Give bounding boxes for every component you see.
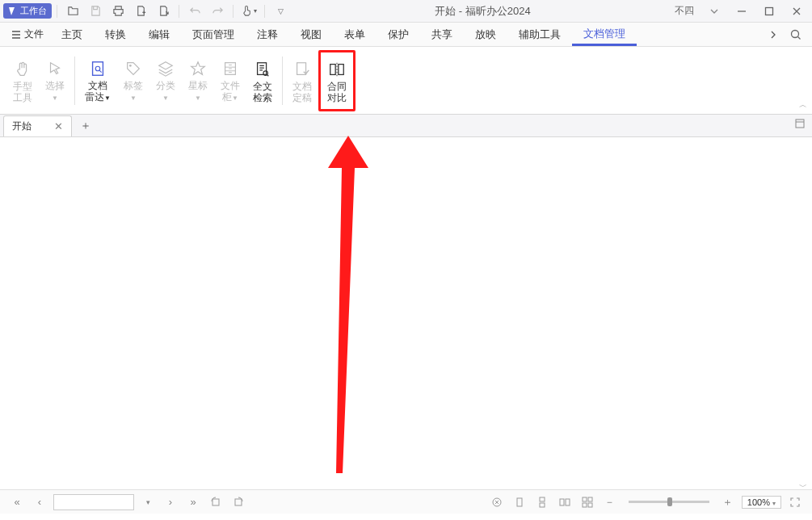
- svg-rect-23: [588, 503, 592, 507]
- qat-dropdown-icon[interactable]: ▽: [270, 2, 291, 21]
- fulltext-button[interactable]: 全文 检索: [246, 50, 279, 111]
- fulltext-icon: [254, 58, 271, 81]
- select-label: 选择▼: [45, 80, 65, 104]
- cabinet-button[interactable]: 文件 柜▼: [214, 50, 246, 111]
- minimize-button[interactable]: [730, 2, 754, 21]
- hand-tool-label: 手型 工具: [13, 81, 32, 103]
- svg-rect-12: [212, 499, 219, 505]
- menu-annotate[interactable]: 注释: [246, 23, 289, 46]
- open-icon[interactable]: [62, 2, 83, 21]
- finalize-icon: [293, 58, 311, 81]
- separator: [282, 57, 283, 105]
- menubar: 文件 主页 转换 编辑 页面管理 注释 视图 表单 保护 共享 放映 辅助工具 …: [0, 23, 812, 47]
- fulltext-label: 全文 检索: [253, 81, 272, 103]
- next-page-icon[interactable]: ›: [162, 493, 179, 511]
- zoom-out-icon[interactable]: －: [601, 493, 619, 511]
- menu-overflow-icon[interactable]: [762, 24, 785, 45]
- menu-docmanage[interactable]: 文档管理: [572, 23, 637, 46]
- svg-rect-13: [235, 499, 242, 505]
- select-button[interactable]: 选择▼: [39, 50, 71, 111]
- zoom-value[interactable]: 100% ▾: [742, 496, 781, 509]
- svg-point-4: [129, 64, 132, 66]
- window-title: 开始 - 福昕办公2024: [291, 4, 675, 19]
- document-tab[interactable]: 开始 ✕: [3, 115, 72, 136]
- classify-label: 分类▼: [156, 80, 175, 104]
- add-tab-button[interactable]: ＋: [72, 115, 99, 136]
- undo-icon[interactable]: [184, 2, 205, 21]
- scroll-down-icon[interactable]: ﹀: [799, 481, 807, 493]
- menu-form[interactable]: 表单: [333, 23, 377, 46]
- menu-share[interactable]: 共享: [420, 23, 464, 46]
- page-number-input[interactable]: [53, 494, 134, 510]
- close-tab-icon[interactable]: ✕: [54, 120, 63, 132]
- svg-rect-22: [583, 503, 587, 507]
- tab-options-icon[interactable]: [794, 118, 806, 129]
- menu-page[interactable]: 页面管理: [181, 23, 246, 46]
- continuous-page-icon[interactable]: [533, 493, 551, 511]
- layers-icon: [157, 57, 175, 80]
- user-dropdown-icon[interactable]: [702, 2, 726, 21]
- zoom-slider[interactable]: [629, 501, 709, 503]
- page-dropdown-icon[interactable]: ▾: [139, 493, 157, 511]
- first-page-icon[interactable]: «: [8, 493, 26, 511]
- document-canvas: [0, 137, 812, 489]
- touch-icon[interactable]: ▾: [238, 2, 259, 21]
- rotate-right-icon[interactable]: [229, 493, 247, 511]
- app-badge-label: 工作台: [20, 5, 47, 17]
- fullscreen-icon[interactable]: [786, 493, 804, 511]
- star-button[interactable]: 星标▼: [182, 50, 214, 111]
- menu-edit[interactable]: 编辑: [137, 23, 181, 46]
- classify-button[interactable]: 分类▼: [149, 50, 182, 111]
- facing-page-icon[interactable]: [556, 493, 574, 511]
- titlebar-right: 不四: [675, 2, 809, 21]
- tag-button[interactable]: 标签▼: [117, 50, 149, 111]
- svg-rect-17: [540, 503, 545, 507]
- file-menu-label: 文件: [24, 27, 44, 41]
- zoom-in-icon[interactable]: ＋: [719, 493, 737, 511]
- ribbon-collapse-icon[interactable]: ︿: [799, 99, 807, 111]
- doc-plus-icon[interactable]: [130, 2, 151, 21]
- svg-rect-19: [566, 499, 570, 505]
- single-page-icon[interactable]: [511, 493, 528, 511]
- menu-home[interactable]: 主页: [50, 23, 94, 46]
- facing-continuous-icon[interactable]: [578, 493, 596, 511]
- svg-rect-20: [583, 497, 587, 501]
- reflow-icon[interactable]: [488, 493, 506, 511]
- compare-button[interactable]: 合同 对比: [318, 50, 356, 111]
- menu-convert[interactable]: 转换: [94, 23, 137, 46]
- doc-radar-button[interactable]: 文档 雷达▼: [78, 50, 117, 111]
- user-name[interactable]: 不四: [675, 4, 694, 18]
- menu-view[interactable]: 视图: [289, 23, 333, 46]
- compare-icon: [328, 58, 346, 81]
- close-button[interactable]: [785, 2, 809, 21]
- titlebar: 工作台 ▾ ▽ 开始 - 福昕办公2024 不四: [0, 0, 812, 23]
- hand-tool-button[interactable]: 手型 工具: [6, 50, 39, 111]
- prev-page-icon[interactable]: ‹: [31, 493, 48, 511]
- svg-rect-10: [339, 64, 343, 74]
- doc-arrow-icon[interactable]: [153, 2, 174, 21]
- save-icon[interactable]: [85, 2, 106, 21]
- ribbon: 手型 工具 选择▼ 文档 雷达▼ 标签▼ 分类▼ 星标▼ 文件 柜▼ 全文 检索…: [0, 47, 812, 115]
- tag-icon: [124, 57, 142, 80]
- hamburger-icon: [11, 30, 21, 40]
- rotate-left-icon[interactable]: [207, 493, 225, 511]
- cabinet-label: 文件 柜▼: [221, 80, 240, 104]
- titlebar-left: 工作台 ▾ ▽: [3, 2, 291, 21]
- tag-label: 标签▼: [124, 80, 143, 104]
- app-logo-icon: [8, 6, 18, 16]
- maximize-button[interactable]: [757, 2, 781, 21]
- search-icon[interactable]: [785, 24, 807, 45]
- redo-icon[interactable]: [207, 2, 228, 21]
- menu-present[interactable]: 放映: [464, 23, 507, 46]
- print-icon[interactable]: [107, 2, 128, 21]
- menu-protect[interactable]: 保护: [377, 23, 420, 46]
- star-icon: [189, 57, 207, 80]
- menu-a11y[interactable]: 辅助工具: [507, 23, 572, 46]
- file-menu[interactable]: 文件: [5, 24, 50, 44]
- last-page-icon[interactable]: »: [184, 493, 202, 511]
- svg-rect-16: [540, 497, 545, 501]
- hand-icon: [14, 58, 32, 81]
- finalize-button[interactable]: 文档 定稿: [286, 50, 318, 111]
- app-badge[interactable]: 工作台: [3, 3, 52, 19]
- svg-point-1: [792, 30, 799, 37]
